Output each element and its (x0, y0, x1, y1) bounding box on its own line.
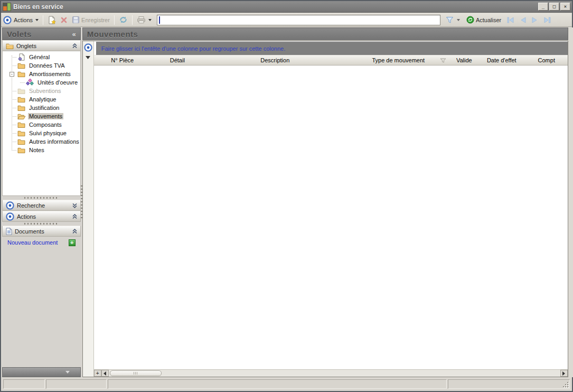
tree-item-justification[interactable]: Justification (3, 104, 80, 112)
sidebar-caption: Volets « (2, 27, 81, 40)
folder-icon (17, 104, 26, 111)
chevron-down-icon (148, 19, 152, 21)
filter-input[interactable] (157, 15, 440, 25)
save-button[interactable]: Enregistrer (70, 15, 112, 25)
section-header-documents[interactable]: Documents (2, 226, 81, 237)
toolbar-separator (132, 15, 133, 25)
tree-item-analytique[interactable]: Analytique (3, 95, 80, 104)
tree-item-suivi-physique[interactable]: Suivi physique (3, 129, 80, 137)
new-page-icon (48, 16, 56, 24)
tree-item-general[interactable]: Général (3, 53, 80, 61)
row-indicator-strip (83, 41, 94, 377)
page-gear-icon (17, 53, 26, 61)
folder-icon (17, 121, 26, 128)
modules-icon (25, 79, 34, 86)
tree-collapse-icon[interactable]: - (10, 72, 14, 77)
last-record-icon (543, 17, 551, 23)
column-header-compte[interactable]: Compt (525, 55, 568, 65)
first-record-icon (506, 17, 515, 23)
column-header-type-de-mouvement[interactable]: Type de mouvement (346, 55, 450, 65)
folder-icon (17, 138, 26, 145)
new-record-button[interactable] (45, 15, 58, 25)
next-record-icon (531, 17, 538, 23)
chevron-double-up-icon (72, 214, 77, 219)
delete-record-button[interactable] (58, 15, 70, 25)
folder-icon (17, 146, 26, 154)
resize-grip[interactable] (562, 381, 569, 388)
nav-next-button[interactable] (530, 16, 540, 24)
folder-open-icon (17, 113, 26, 120)
nav-previous-button[interactable] (518, 16, 528, 24)
movements-grid: Faire glisser ici l'entête d'une colonne… (82, 41, 568, 377)
add-document-button[interactable]: + (69, 239, 76, 246)
toolbar-separator (114, 15, 115, 25)
filter-button[interactable] (444, 15, 456, 24)
section-header-recherche[interactable]: Recherche (2, 200, 81, 211)
tree-item-mouvements[interactable]: Mouvements (3, 112, 80, 120)
maximize-button[interactable]: □ (549, 3, 559, 11)
chevron-double-up-icon (72, 43, 77, 49)
section-header-onglets[interactable]: Onglets (2, 40, 81, 51)
column-header-description[interactable]: Description (204, 55, 346, 65)
scroll-right-button[interactable] (560, 370, 568, 377)
print-button[interactable] (135, 15, 154, 25)
tree-item-composants[interactable]: Composants (3, 120, 80, 129)
save-icon (72, 16, 80, 24)
text-cursor (159, 16, 160, 24)
actions-target-icon (3, 16, 12, 24)
chevron-double-up-icon (72, 229, 77, 234)
nav-last-button[interactable] (541, 16, 553, 24)
close-button[interactable]: ✕ (560, 3, 570, 11)
chevron-double-down-icon (72, 203, 77, 208)
scrollbar-thumb[interactable] (110, 370, 162, 376)
column-header-detail[interactable]: Détail (151, 55, 204, 65)
actualiser-button[interactable]: Actualiser (464, 15, 503, 25)
tree-item-amortissements[interactable]: - Amortissements (3, 70, 80, 78)
group-by-hint: Faire glisser ici l'entête d'une colonne… (101, 45, 285, 52)
status-cell (3, 379, 45, 389)
tree-item-subventions: Subventions (3, 87, 80, 95)
scroll-left-button[interactable] (101, 370, 109, 377)
add-row-button[interactable]: + (94, 370, 101, 377)
folder-icon (6, 43, 14, 49)
sidebar-splitter[interactable] (2, 222, 81, 226)
document-icon (6, 228, 12, 235)
status-cell (448, 379, 570, 389)
new-document-row: Nouveau document + (2, 237, 81, 248)
app-window: Biens en service _ □ ✕ Actions Enregistr… (0, 0, 573, 392)
chevron-down-icon (35, 19, 39, 21)
previous-record-icon (520, 17, 527, 23)
filter-dropdown-icon[interactable] (457, 19, 460, 21)
title-bar: Biens en service _ □ ✕ (1, 1, 572, 13)
main-title: Mouvements (87, 30, 138, 39)
section-header-actions[interactable]: Actions (2, 211, 81, 222)
new-document-link[interactable]: Nouveau document (7, 239, 58, 246)
nav-first-button[interactable] (505, 16, 516, 24)
column-filter-icon[interactable] (440, 58, 446, 63)
window-title: Biens en service (13, 3, 63, 11)
minimize-button[interactable]: _ (538, 3, 548, 11)
column-header-valide[interactable]: Valide (450, 55, 478, 65)
tree-item-unites-doeuvre[interactable]: Unités d'oeuvre (3, 78, 80, 87)
folder-icon (17, 96, 26, 103)
tree-item-notes[interactable]: Notes (3, 146, 80, 154)
printer-icon (137, 16, 146, 24)
row-menu-icon[interactable] (86, 56, 90, 59)
collapse-left-icon[interactable]: « (72, 30, 76, 38)
onglets-tree: Général Données TVA - Amortissements (2, 51, 81, 196)
sidebar-bottom-bar[interactable] (2, 367, 81, 377)
group-by-bar[interactable]: Faire glisser ici l'entête d'une colonne… (96, 42, 568, 55)
tree-item-donnees-tva[interactable]: Données TVA (3, 61, 80, 70)
column-header-date-deffet[interactable]: Date d'effet (478, 55, 525, 65)
folder-disabled-icon (17, 87, 26, 95)
main-caption: Mouvements (82, 27, 568, 40)
target-icon (6, 201, 14, 210)
sidebar-title: Volets (7, 30, 32, 39)
sidebar-splitter[interactable] (2, 196, 81, 200)
chevron-down-icon (65, 371, 70, 374)
column-header-no-piece[interactable]: N° Pièce (94, 55, 151, 65)
refresh-arrows-icon (119, 16, 128, 24)
reload-button[interactable] (117, 15, 130, 25)
tree-item-autres-informations[interactable]: Autres informations (3, 137, 80, 146)
actions-menu-button[interactable]: Actions (12, 16, 41, 24)
